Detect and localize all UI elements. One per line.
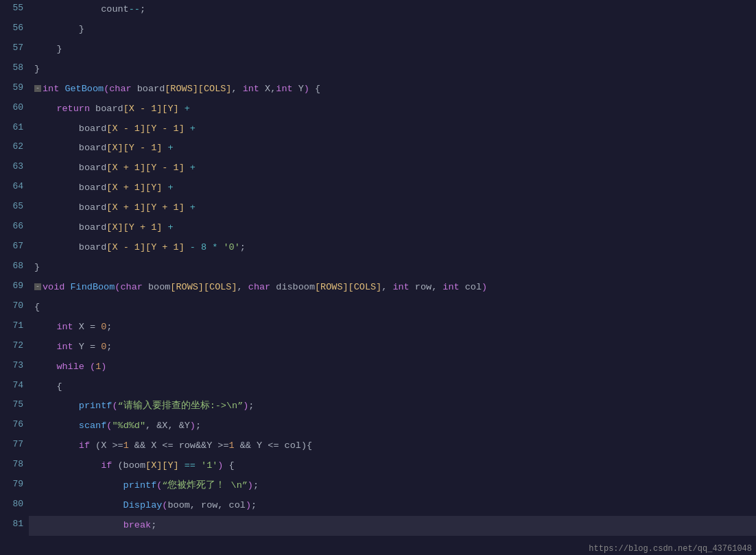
line-content: }	[29, 20, 756, 40]
token: }	[34, 64, 40, 74]
token: row&&Y >=	[174, 440, 229, 451]
code-row: 69-void FindBoom(char boom[ROWS][COLS], …	[0, 278, 756, 298]
token: (X >=	[90, 440, 123, 451]
code-row: 65 board[X + 1][Y + 1] +	[0, 198, 756, 218]
token: ;	[196, 421, 201, 431]
token: Display	[34, 500, 162, 510]
line-content: Display(boom, row, col);	[29, 496, 756, 516]
code-editor: 55 count--;56 }57 }58}59-int GetBoom(cha…	[0, 0, 756, 555]
token: count	[34, 4, 129, 14]
line-content: int X = 0;	[29, 318, 756, 338]
token: board	[34, 143, 106, 153]
token: ;	[140, 4, 145, 14]
token: [X + 1][Y]	[106, 182, 162, 193]
token: )	[304, 84, 309, 94]
token: "%d%d"	[112, 421, 145, 431]
line-number: 73	[0, 357, 29, 377]
token: int	[56, 322, 73, 332]
code-row: 63 board[X + 1][Y - 1] +	[0, 158, 756, 178]
line-number: 81	[0, 516, 29, 536]
collapse-icon[interactable]: -	[34, 85, 41, 92]
token: if	[79, 440, 90, 451]
line-content: {	[29, 377, 756, 397]
line-number: 64	[0, 178, 29, 198]
code-row: 58}	[0, 60, 756, 80]
token: +	[185, 163, 196, 173]
line-content: board[X + 1][Y + 1] +	[29, 198, 756, 218]
line-content: -int GetBoom(char board[ROWS][COLS], int…	[29, 80, 756, 99]
line-content: -void FindBoom(char boom[ROWS][COLS], ch…	[29, 278, 756, 298]
token: ;	[253, 480, 259, 491]
token: [ROWS][COLS]	[170, 282, 237, 292]
line-content: board[X][Y - 1] +	[29, 139, 756, 158]
token: [ROWS][COLS]	[165, 84, 231, 94]
line-content: }	[29, 40, 756, 60]
token: Y	[293, 84, 304, 94]
line-content: board[X + 1][Y - 1] +	[29, 158, 756, 178]
token: GetBoom	[59, 84, 104, 94]
code-row: 72 int Y = 0;	[0, 338, 756, 357]
token: printf	[34, 480, 156, 491]
code-row: 56 }	[0, 20, 756, 40]
token: ;	[106, 342, 112, 352]
token: FindBoom	[64, 282, 115, 292]
code-row: 61 board[X - 1][Y - 1] +	[0, 119, 756, 139]
token: board	[34, 123, 106, 134]
token: “请输入要排查的坐标:->\n”	[118, 401, 244, 411]
token: ;	[251, 500, 257, 510]
line-number: 57	[0, 40, 29, 60]
line-content: count--;	[29, 0, 756, 20]
line-number: 71	[0, 318, 29, 338]
line-number: 79	[0, 476, 29, 496]
line-content: }	[29, 258, 756, 278]
token: (	[84, 362, 95, 372]
line-content: board[X][Y + 1] +	[29, 218, 756, 238]
code-row: 64 board[X + 1][Y] +	[0, 178, 756, 198]
token	[34, 362, 56, 372]
token: void	[43, 282, 64, 292]
line-content: {	[29, 298, 756, 318]
token: {	[34, 302, 40, 312]
token: if	[101, 460, 112, 471]
code-row: 67 board[X - 1][Y + 1] - 8 * '0';	[0, 238, 756, 258]
token: }	[34, 24, 84, 34]
token: board	[34, 222, 106, 233]
token: int	[276, 84, 292, 94]
token: ;	[106, 322, 112, 332]
token: )	[248, 480, 253, 491]
token	[34, 440, 79, 451]
line-number: 72	[0, 338, 29, 357]
token: while	[56, 362, 84, 372]
token: int	[43, 84, 59, 94]
token: ;	[240, 242, 246, 252]
token: board	[34, 202, 106, 213]
code-row: 74 {	[0, 377, 756, 397]
token: +	[185, 123, 196, 134]
token: boom, row, col	[167, 500, 245, 510]
line-content: if (boom[X][Y] == '1') {	[29, 456, 756, 476]
token: , &X, &Y	[145, 421, 190, 431]
line-number: 70	[0, 298, 29, 318]
token: +	[179, 104, 190, 114]
token: board	[90, 104, 123, 114]
collapse-icon[interactable]: -	[34, 283, 41, 290]
token: int	[243, 84, 259, 94]
line-number: 55	[0, 0, 29, 20]
token: X,	[259, 84, 276, 94]
token	[34, 520, 123, 530]
token: --	[129, 4, 140, 14]
token: [X - 1][Y - 1]	[106, 123, 184, 134]
code-row: 55 count--;	[0, 0, 756, 20]
line-number: 67	[0, 238, 29, 258]
token: col	[460, 282, 482, 292]
code-row: 70{	[0, 298, 756, 318]
code-lines: 55 count--;56 }57 }58}59-int GetBoom(cha…	[0, 0, 756, 536]
token: X =	[73, 322, 102, 332]
token: board	[34, 182, 106, 193]
token	[34, 460, 101, 471]
token: ,	[237, 282, 248, 292]
token: int	[392, 282, 409, 292]
token: int	[56, 342, 73, 352]
token: '1'	[201, 460, 217, 471]
token: ,	[231, 84, 242, 94]
